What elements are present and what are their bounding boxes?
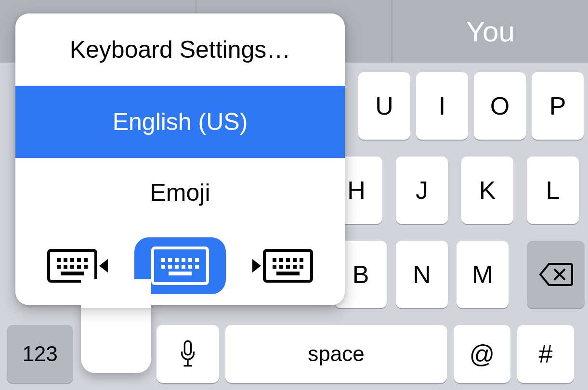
key-label: # [539, 339, 553, 368]
hash-key[interactable]: # [517, 325, 574, 383]
key-label: H [347, 176, 366, 205]
prediction-right[interactable]: You [392, 0, 588, 63]
popover-tail [81, 299, 151, 373]
key-label: I [439, 91, 445, 120]
keyboard-dock-right[interactable] [254, 247, 312, 285]
key-label: M [472, 260, 493, 289]
keyboard-dock-right-icon [252, 249, 313, 283]
key-label: space [308, 342, 364, 366]
popover-tail-mask [81, 279, 151, 308]
keyboard-switcher-popover: Keyboard Settings… English (US) Emoji [15, 13, 345, 305]
dictation-key[interactable] [157, 325, 219, 383]
menu-item-label: Emoji [150, 179, 210, 207]
key-label: O [490, 91, 510, 120]
keyboard-dock-left-icon [47, 249, 108, 283]
key-i[interactable]: I [416, 72, 468, 140]
key-m[interactable]: M [457, 241, 509, 308]
backspace-icon [538, 262, 573, 287]
key-label: J [416, 176, 428, 205]
keyboard-dock-center-icon [151, 247, 209, 285]
key-label: N [413, 260, 431, 289]
key-label: @ [470, 339, 495, 368]
key-label: P [549, 91, 566, 120]
language-item-english-us[interactable]: English (US) [15, 86, 345, 158]
keyboard-dock-row [15, 227, 345, 304]
key-n[interactable]: N [396, 241, 448, 308]
svg-rect-0 [184, 341, 191, 355]
key-k[interactable]: K [461, 156, 513, 224]
key-label: B [353, 260, 369, 289]
key-label: 123 [22, 342, 57, 366]
at-key[interactable]: @ [454, 325, 510, 383]
key-u[interactable]: U [358, 72, 410, 140]
key-p[interactable]: P [532, 72, 584, 140]
menu-item-label: English (US) [113, 108, 248, 136]
keyboard-settings-item[interactable]: Keyboard Settings… [15, 13, 345, 86]
language-item-emoji[interactable]: Emoji [15, 158, 345, 227]
menu-item-label: Keyboard Settings… [70, 36, 291, 64]
mic-icon [179, 339, 197, 368]
space-key[interactable]: space [225, 325, 447, 383]
key-o[interactable]: O [474, 72, 526, 140]
delete-key[interactable] [527, 241, 585, 308]
key-l[interactable]: L [527, 156, 579, 224]
key-label: K [479, 176, 496, 205]
key-label: L [546, 176, 560, 205]
key-label: U [375, 91, 393, 120]
numbers-key[interactable]: 123 [7, 325, 73, 383]
key-j[interactable]: J [396, 156, 448, 224]
